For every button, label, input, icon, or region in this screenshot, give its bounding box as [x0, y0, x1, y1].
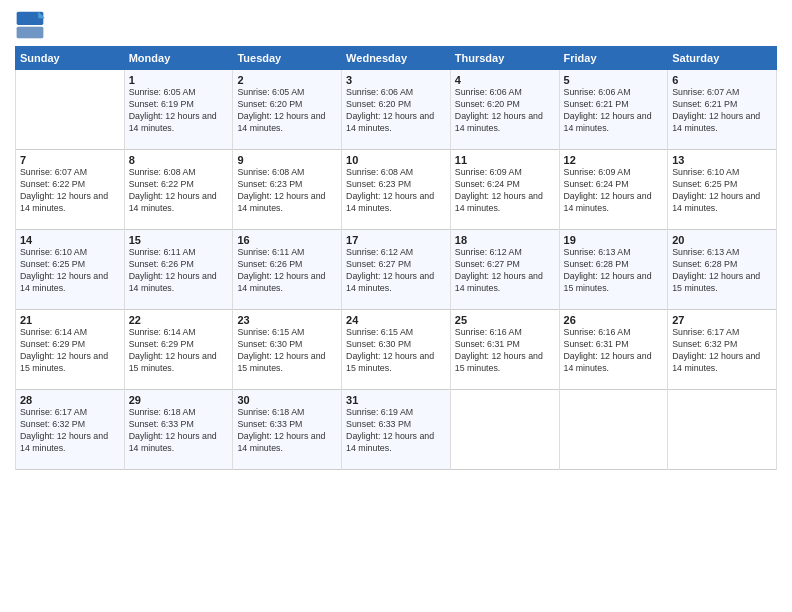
- cell-content: Sunrise: 6:08 AM Sunset: 6:23 PM Dayligh…: [346, 167, 446, 215]
- day-number: 4: [455, 74, 555, 86]
- day-number: 9: [237, 154, 337, 166]
- weekday-header-thursday: Thursday: [450, 47, 559, 70]
- day-number: 17: [346, 234, 446, 246]
- calendar-cell: 24Sunrise: 6:15 AM Sunset: 6:30 PM Dayli…: [342, 310, 451, 390]
- calendar-cell: 12Sunrise: 6:09 AM Sunset: 6:24 PM Dayli…: [559, 150, 668, 230]
- cell-content: Sunrise: 6:06 AM Sunset: 6:20 PM Dayligh…: [455, 87, 555, 135]
- calendar-cell: 19Sunrise: 6:13 AM Sunset: 6:28 PM Dayli…: [559, 230, 668, 310]
- calendar-cell: 13Sunrise: 6:10 AM Sunset: 6:25 PM Dayli…: [668, 150, 777, 230]
- cell-content: Sunrise: 6:08 AM Sunset: 6:23 PM Dayligh…: [237, 167, 337, 215]
- cell-content: Sunrise: 6:11 AM Sunset: 6:26 PM Dayligh…: [237, 247, 337, 295]
- weekday-header-wednesday: Wednesday: [342, 47, 451, 70]
- cell-content: Sunrise: 6:06 AM Sunset: 6:20 PM Dayligh…: [346, 87, 446, 135]
- cell-content: Sunrise: 6:12 AM Sunset: 6:27 PM Dayligh…: [346, 247, 446, 295]
- cell-content: Sunrise: 6:14 AM Sunset: 6:29 PM Dayligh…: [20, 327, 120, 375]
- logo: [15, 10, 49, 40]
- calendar-cell: 14Sunrise: 6:10 AM Sunset: 6:25 PM Dayli…: [16, 230, 125, 310]
- cell-content: Sunrise: 6:09 AM Sunset: 6:24 PM Dayligh…: [455, 167, 555, 215]
- cell-content: Sunrise: 6:14 AM Sunset: 6:29 PM Dayligh…: [129, 327, 229, 375]
- weekday-header-friday: Friday: [559, 47, 668, 70]
- day-number: 27: [672, 314, 772, 326]
- cell-content: Sunrise: 6:07 AM Sunset: 6:21 PM Dayligh…: [672, 87, 772, 135]
- day-number: 12: [564, 154, 664, 166]
- cell-content: Sunrise: 6:05 AM Sunset: 6:19 PM Dayligh…: [129, 87, 229, 135]
- cell-content: Sunrise: 6:16 AM Sunset: 6:31 PM Dayligh…: [455, 327, 555, 375]
- calendar-cell: 29Sunrise: 6:18 AM Sunset: 6:33 PM Dayli…: [124, 390, 233, 470]
- day-number: 10: [346, 154, 446, 166]
- cell-content: Sunrise: 6:10 AM Sunset: 6:25 PM Dayligh…: [20, 247, 120, 295]
- calendar-cell: [450, 390, 559, 470]
- calendar-cell: 28Sunrise: 6:17 AM Sunset: 6:32 PM Dayli…: [16, 390, 125, 470]
- day-number: 11: [455, 154, 555, 166]
- calendar-cell: [559, 390, 668, 470]
- calendar-cell: [668, 390, 777, 470]
- weekday-header-tuesday: Tuesday: [233, 47, 342, 70]
- day-number: 18: [455, 234, 555, 246]
- cell-content: Sunrise: 6:16 AM Sunset: 6:31 PM Dayligh…: [564, 327, 664, 375]
- cell-content: Sunrise: 6:17 AM Sunset: 6:32 PM Dayligh…: [672, 327, 772, 375]
- calendar-cell: 31Sunrise: 6:19 AM Sunset: 6:33 PM Dayli…: [342, 390, 451, 470]
- calendar-cell: 27Sunrise: 6:17 AM Sunset: 6:32 PM Dayli…: [668, 310, 777, 390]
- logo-icon: [15, 10, 45, 40]
- calendar-cell: 1Sunrise: 6:05 AM Sunset: 6:19 PM Daylig…: [124, 70, 233, 150]
- day-number: 19: [564, 234, 664, 246]
- day-number: 30: [237, 394, 337, 406]
- day-number: 5: [564, 74, 664, 86]
- weekday-header-sunday: Sunday: [16, 47, 125, 70]
- calendar-cell: 30Sunrise: 6:18 AM Sunset: 6:33 PM Dayli…: [233, 390, 342, 470]
- calendar-cell: 6Sunrise: 6:07 AM Sunset: 6:21 PM Daylig…: [668, 70, 777, 150]
- weekday-header-monday: Monday: [124, 47, 233, 70]
- weekday-header-saturday: Saturday: [668, 47, 777, 70]
- calendar-cell: 5Sunrise: 6:06 AM Sunset: 6:21 PM Daylig…: [559, 70, 668, 150]
- cell-content: Sunrise: 6:15 AM Sunset: 6:30 PM Dayligh…: [346, 327, 446, 375]
- day-number: 3: [346, 74, 446, 86]
- cell-content: Sunrise: 6:09 AM Sunset: 6:24 PM Dayligh…: [564, 167, 664, 215]
- cell-content: Sunrise: 6:19 AM Sunset: 6:33 PM Dayligh…: [346, 407, 446, 455]
- calendar-cell: 10Sunrise: 6:08 AM Sunset: 6:23 PM Dayli…: [342, 150, 451, 230]
- calendar-cell: 16Sunrise: 6:11 AM Sunset: 6:26 PM Dayli…: [233, 230, 342, 310]
- day-number: 16: [237, 234, 337, 246]
- cell-content: Sunrise: 6:12 AM Sunset: 6:27 PM Dayligh…: [455, 247, 555, 295]
- cell-content: Sunrise: 6:06 AM Sunset: 6:21 PM Dayligh…: [564, 87, 664, 135]
- calendar-cell: [16, 70, 125, 150]
- day-number: 8: [129, 154, 229, 166]
- calendar-cell: 21Sunrise: 6:14 AM Sunset: 6:29 PM Dayli…: [16, 310, 125, 390]
- calendar-cell: 7Sunrise: 6:07 AM Sunset: 6:22 PM Daylig…: [16, 150, 125, 230]
- day-number: 2: [237, 74, 337, 86]
- calendar-cell: 4Sunrise: 6:06 AM Sunset: 6:20 PM Daylig…: [450, 70, 559, 150]
- calendar-cell: 8Sunrise: 6:08 AM Sunset: 6:22 PM Daylig…: [124, 150, 233, 230]
- calendar-cell: 15Sunrise: 6:11 AM Sunset: 6:26 PM Dayli…: [124, 230, 233, 310]
- cell-content: Sunrise: 6:17 AM Sunset: 6:32 PM Dayligh…: [20, 407, 120, 455]
- day-number: 7: [20, 154, 120, 166]
- day-number: 1: [129, 74, 229, 86]
- calendar-cell: 17Sunrise: 6:12 AM Sunset: 6:27 PM Dayli…: [342, 230, 451, 310]
- day-number: 13: [672, 154, 772, 166]
- calendar-cell: 20Sunrise: 6:13 AM Sunset: 6:28 PM Dayli…: [668, 230, 777, 310]
- day-number: 14: [20, 234, 120, 246]
- cell-content: Sunrise: 6:05 AM Sunset: 6:20 PM Dayligh…: [237, 87, 337, 135]
- cell-content: Sunrise: 6:18 AM Sunset: 6:33 PM Dayligh…: [129, 407, 229, 455]
- cell-content: Sunrise: 6:13 AM Sunset: 6:28 PM Dayligh…: [672, 247, 772, 295]
- calendar-header: SundayMondayTuesdayWednesdayThursdayFrid…: [16, 47, 777, 70]
- day-number: 22: [129, 314, 229, 326]
- calendar-table: SundayMondayTuesdayWednesdayThursdayFrid…: [15, 46, 777, 470]
- day-number: 24: [346, 314, 446, 326]
- day-number: 25: [455, 314, 555, 326]
- day-number: 31: [346, 394, 446, 406]
- calendar-cell: 3Sunrise: 6:06 AM Sunset: 6:20 PM Daylig…: [342, 70, 451, 150]
- calendar-cell: 23Sunrise: 6:15 AM Sunset: 6:30 PM Dayli…: [233, 310, 342, 390]
- day-number: 21: [20, 314, 120, 326]
- svg-rect-4: [17, 27, 44, 39]
- cell-content: Sunrise: 6:18 AM Sunset: 6:33 PM Dayligh…: [237, 407, 337, 455]
- day-number: 6: [672, 74, 772, 86]
- cell-content: Sunrise: 6:10 AM Sunset: 6:25 PM Dayligh…: [672, 167, 772, 215]
- day-number: 26: [564, 314, 664, 326]
- calendar-cell: 22Sunrise: 6:14 AM Sunset: 6:29 PM Dayli…: [124, 310, 233, 390]
- cell-content: Sunrise: 6:13 AM Sunset: 6:28 PM Dayligh…: [564, 247, 664, 295]
- header: [15, 10, 777, 40]
- cell-content: Sunrise: 6:15 AM Sunset: 6:30 PM Dayligh…: [237, 327, 337, 375]
- cell-content: Sunrise: 6:11 AM Sunset: 6:26 PM Dayligh…: [129, 247, 229, 295]
- calendar-cell: 9Sunrise: 6:08 AM Sunset: 6:23 PM Daylig…: [233, 150, 342, 230]
- cell-content: Sunrise: 6:08 AM Sunset: 6:22 PM Dayligh…: [129, 167, 229, 215]
- day-number: 20: [672, 234, 772, 246]
